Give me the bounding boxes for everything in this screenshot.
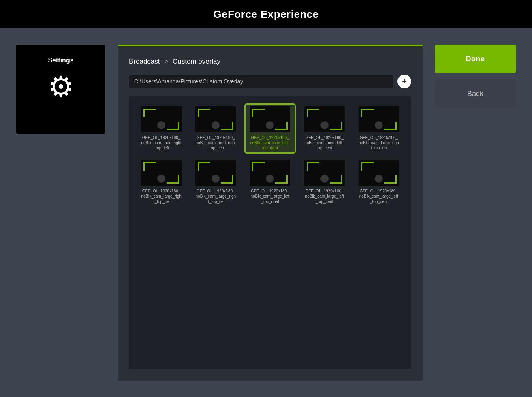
camera-placeholder	[266, 175, 274, 183]
file-label: GFE_OL_1920x180_noBlk_cam_med_left_top_c…	[304, 135, 345, 151]
file-thumbnail	[141, 160, 182, 186]
file-thumbnail	[195, 106, 236, 132]
file-item[interactable]: GFE_OL_1920x180_noBlk_cam_med_right_top_…	[137, 105, 186, 152]
file-item[interactable]: GFE_OL_1920x180_noBlk_cam_med_left_top_c…	[300, 105, 349, 152]
back-button[interactable]: Back	[435, 79, 516, 108]
gear-icon: ⚙	[48, 72, 74, 101]
camera-placeholder	[320, 175, 329, 183]
file-label: GFE_OL_1920x180_noBlk_cam_large_left_top…	[359, 188, 399, 204]
file-item[interactable]: GFE_OL_1920x180_noBlk_cam_large_right_to…	[191, 158, 240, 206]
camera-placeholder	[212, 175, 220, 183]
add-folder-button[interactable]: +	[397, 75, 411, 88]
file-item[interactable]: GFE_OL_1920x180_noBlk_cam_large_right_to…	[137, 158, 186, 206]
file-item[interactable]: GFE_OL_1920x180_noBlk_cam_large_right_to…	[355, 105, 403, 152]
file-label: GFE_OL_1920x180_noBlk_cam_large_right_to…	[195, 188, 236, 204]
file-item[interactable]: GFE_OL_1920x180_noBlk_cam_large_left_top…	[246, 158, 294, 206]
file-thumbnail	[304, 106, 345, 132]
file-label: GFE_OL_1920x180_noBlk_cam_med_right_top_…	[195, 135, 236, 151]
file-item[interactable]: GFE_OL_1920x180_noBlk_cam_large_left_top…	[355, 158, 403, 206]
main-layout: Settings ⚙ Broadcast > Custom overlay + …	[0, 28, 532, 397]
file-thumbnail	[141, 106, 182, 132]
camera-placeholder	[375, 175, 383, 183]
content-panel: Broadcast > Custom overlay + GFE_OL_1920…	[118, 45, 423, 381]
breadcrumb-broadcast[interactable]: Broadcast	[129, 58, 160, 65]
camera-placeholder	[157, 121, 165, 129]
breadcrumb-separator: >	[164, 58, 168, 65]
breadcrumb: Broadcast > Custom overlay	[129, 58, 411, 66]
file-thumbnail	[359, 160, 399, 186]
app-title: GeForce Experience	[213, 8, 318, 21]
path-row: +	[129, 75, 411, 88]
file-item[interactable]: GFE_OL_1920x180_noBlk_cam_large_left_top…	[300, 158, 349, 206]
file-thumbnail	[304, 160, 345, 186]
right-panel: Done Back	[435, 45, 516, 381]
camera-placeholder	[212, 121, 220, 129]
done-button[interactable]: Done	[435, 45, 516, 73]
camera-placeholder	[157, 175, 165, 183]
file-grid-container: GFE_OL_1920x180_noBlk_cam_med_right_top_…	[129, 96, 411, 369]
file-thumbnail	[250, 106, 290, 132]
file-thumbnail	[195, 160, 236, 186]
path-input[interactable]	[129, 75, 393, 88]
camera-placeholder	[320, 121, 329, 129]
file-item[interactable]: GFE_OL_1920x180_noBlk_cam_med_right_top_…	[191, 105, 240, 152]
file-label: GFE_OL_1920x180_noBlk_cam_large_left_top…	[250, 188, 290, 204]
file-grid: GFE_OL_1920x180_noBlk_cam_med_right_top_…	[137, 105, 403, 206]
file-label: GFE_OL_1920x180_noBlk_cam_large_right_to…	[359, 135, 399, 151]
file-label: GFE_OL_1920x180_noBlk_cam_large_left_top…	[304, 188, 345, 204]
camera-placeholder	[375, 121, 383, 129]
file-item[interactable]: GFE_OL_1920x180_noBlk_cam_med_left_top_r…	[246, 105, 294, 152]
file-label: GFE_OL_1920x180_noBlk_cam_med_right_top_…	[141, 135, 182, 151]
file-label: GFE_OL_1920x180_noBlk_cam_med_left_top_r…	[250, 135, 290, 151]
settings-panel: Settings ⚙	[16, 45, 105, 134]
app-header: GeForce Experience	[0, 0, 532, 28]
breadcrumb-current: Custom overlay	[173, 58, 220, 65]
file-thumbnail	[359, 106, 399, 132]
file-thumbnail	[250, 160, 290, 186]
settings-label: Settings	[48, 57, 73, 64]
file-label: GFE_OL_1920x180_noBlk_cam_large_right_to…	[141, 188, 182, 204]
camera-placeholder	[266, 121, 274, 129]
